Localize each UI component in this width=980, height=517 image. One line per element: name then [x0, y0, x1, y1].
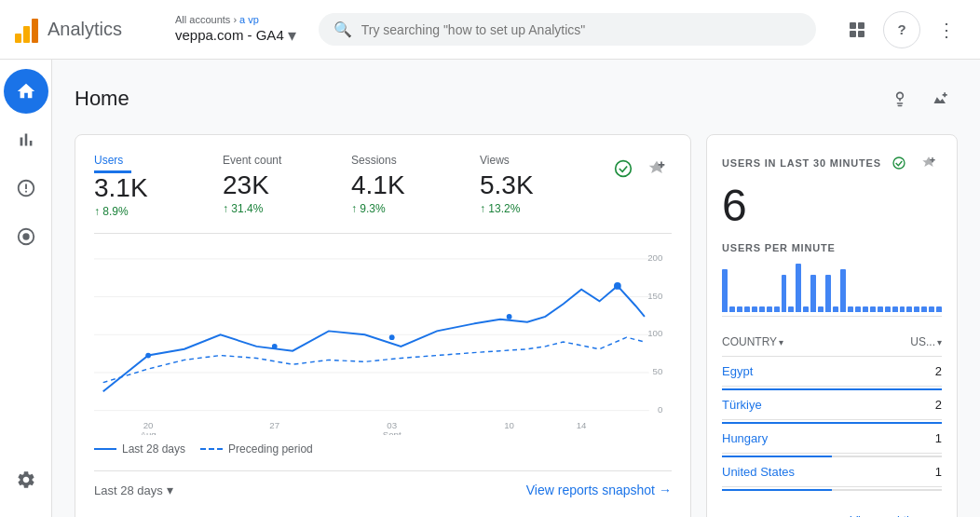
svg-point-6 — [897, 92, 904, 99]
bar-chart-bar — [737, 306, 742, 312]
svg-text:0: 0 — [658, 404, 662, 415]
metric-check-button[interactable] — [608, 154, 638, 184]
sidebar-item-reports[interactable] — [4, 117, 48, 162]
view-reports-label: View reports snapshot — [526, 483, 655, 497]
bar-chart-bar — [936, 306, 942, 312]
main-content: Home Users 3.1K — [52, 60, 980, 517]
dropdown-arrow-icon: ▾ — [167, 483, 173, 497]
svg-text:50: 50 — [653, 366, 663, 376]
date-range-label: Last 28 days — [94, 483, 163, 497]
apps-button[interactable] — [838, 11, 876, 48]
breadcrumb: All accounts › a vp — [175, 14, 296, 25]
sidebar-item-home[interactable] — [4, 69, 48, 114]
dropdown-icon: ▾ — [288, 25, 296, 46]
legend-dashed-label: Preceding period — [228, 442, 313, 456]
svg-point-28 — [389, 334, 395, 340]
country-value: 2 — [935, 364, 942, 378]
svg-point-26 — [145, 353, 151, 359]
view-reports-button[interactable]: View reports snapshot → — [526, 483, 672, 497]
country-value: 1 — [935, 431, 942, 445]
bar-chart-bar — [825, 275, 831, 312]
realtime-check-button[interactable] — [886, 150, 912, 176]
account-selector[interactable]: All accounts › a vp veppa.com - GA4 ▾ — [175, 14, 296, 46]
country-name[interactable]: Egypt — [722, 364, 753, 378]
bar-chart-bar — [870, 306, 876, 312]
bar-chart-bar — [810, 275, 816, 312]
country-row: Türkiye 2 — [722, 390, 942, 424]
country-header-row: COUNTRY ▾ US... ▾ — [722, 328, 942, 357]
country-row: United States 1 — [722, 457, 942, 491]
country-row-item: Egypt 2 — [722, 357, 942, 387]
search-input[interactable] — [361, 22, 801, 37]
bar-chart-bar — [878, 306, 883, 312]
country-value: 2 — [935, 398, 942, 412]
metric-users: Users 3.1K ↑ 8.9% — [94, 154, 223, 218]
more-button[interactable]: ⋮ — [928, 11, 965, 48]
svg-point-31 — [893, 157, 905, 169]
country-col-header[interactable]: COUNTRY ▾ — [722, 335, 783, 348]
bar-chart-bar — [840, 269, 846, 312]
chart-container: 200 150 100 50 0 20 Aug 27 03 S — [94, 249, 672, 435]
users-col-header[interactable]: US... ▾ — [910, 335, 942, 348]
bar-chart-bar — [906, 306, 912, 312]
realtime-header: USERS IN LAST 30 MINUTES — [722, 150, 942, 176]
country-name[interactable]: Türkiye — [722, 398, 762, 412]
realtime-bar-chart — [722, 261, 942, 317]
bar-chart-bar — [752, 306, 757, 312]
lightbulb-button[interactable] — [883, 82, 917, 116]
realtime-add-button[interactable] — [916, 150, 942, 176]
bar-chart-bar — [803, 306, 809, 312]
sidebar-item-settings[interactable] — [4, 457, 48, 502]
chart-bottom-bar: Last 28 days ▾ View reports snapshot → — [94, 470, 672, 497]
country-row: Egypt 2 — [722, 357, 942, 390]
metric-users-change: ↑ 8.9% — [94, 205, 208, 218]
help-button[interactable]: ? — [883, 11, 920, 48]
metric-add-button[interactable] — [642, 154, 672, 184]
bar-chart-bar — [796, 264, 801, 312]
logo-area: Analytics — [15, 17, 164, 43]
date-range-button[interactable]: Last 28 days ▾ — [94, 483, 173, 497]
bar-chart-bar — [855, 306, 861, 312]
metric-views-label[interactable]: Views — [480, 154, 593, 167]
svg-point-27 — [272, 344, 278, 349]
bar-chart-bar — [818, 306, 823, 312]
breadcrumb-link[interactable]: a vp — [239, 14, 259, 25]
bar-chart-bar — [863, 306, 868, 312]
metric-sessions-label[interactable]: Sessions — [351, 154, 465, 167]
bar-chart-bar — [929, 306, 934, 312]
metric-views-change: ↑ 13.2% — [480, 202, 593, 215]
svg-rect-3 — [858, 31, 864, 37]
compare-button[interactable] — [924, 82, 958, 116]
bar-chart-bar — [833, 306, 838, 312]
search-bar[interactable]: 🔍 — [319, 13, 816, 46]
sidebar-item-explore[interactable] — [4, 166, 48, 211]
country-row-item: Türkiye 2 — [722, 390, 942, 420]
metric-sessions-value: 4.1K — [351, 170, 465, 200]
svg-text:Aug: Aug — [141, 429, 157, 435]
bar-chart-bar — [914, 306, 919, 312]
realtime-count: 6 — [722, 180, 942, 231]
svg-point-29 — [507, 314, 512, 320]
legend-solid: Last 28 days — [94, 442, 185, 456]
top-header: Analytics All accounts › a vp veppa.com … — [0, 0, 980, 60]
sort-icon-users: ▾ — [937, 337, 942, 347]
svg-text:14: 14 — [577, 420, 587, 430]
realtime-title: USERS IN LAST 30 MINUTES — [722, 157, 881, 169]
view-realtime-button[interactable]: View real time → — [851, 513, 942, 517]
dashboard: Users 3.1K ↑ 8.9% Event count 23K ↑ 31.4… — [75, 134, 958, 517]
bar-chart-bar — [848, 306, 853, 312]
bar-chart-bar — [722, 269, 728, 312]
bar-chart-bar — [921, 306, 927, 312]
bar-chart-bar — [729, 306, 735, 312]
metric-event-count-label[interactable]: Event count — [223, 154, 336, 167]
account-name[interactable]: veppa.com - GA4 ▾ — [175, 25, 296, 46]
bar-chart-bar — [900, 306, 905, 312]
country-row-item: Hungary 1 — [722, 424, 942, 454]
country-name[interactable]: United States — [722, 465, 795, 479]
svg-text:27: 27 — [269, 420, 279, 430]
app-title: Analytics — [48, 19, 122, 40]
country-name[interactable]: Hungary — [722, 431, 768, 445]
metric-users-label[interactable]: Users — [94, 154, 208, 167]
country-value: 1 — [935, 465, 942, 479]
sidebar-item-advertising[interactable] — [4, 214, 48, 259]
